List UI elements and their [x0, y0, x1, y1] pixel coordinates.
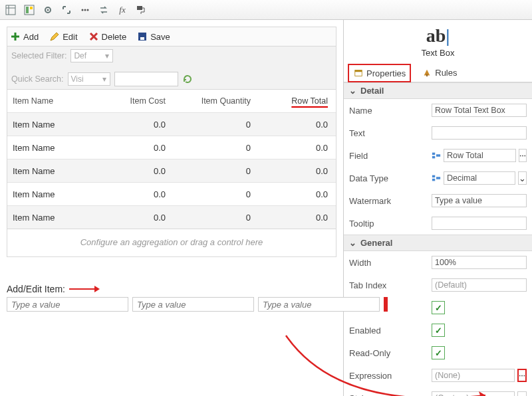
width-input[interactable] — [432, 256, 527, 269]
prop-field: Field ⋯ — [344, 144, 532, 167]
field-ellipsis-button[interactable]: ⋯ — [519, 149, 527, 162]
prop-watermark: Watermark — [344, 189, 532, 212]
section-detail[interactable]: ⌄ Detail — [344, 82, 532, 99]
field-icon — [432, 150, 441, 161]
visible-checkbox[interactable]: ✓ — [432, 301, 445, 314]
save-label: Save — [150, 32, 170, 42]
item-qty-input[interactable] — [258, 297, 380, 312]
design-canvas: Add Edit Delete Save Selected Filter: De… — [0, 20, 344, 396]
svg-rect-0 — [6, 5, 15, 15]
svg-point-10 — [87, 9, 89, 11]
refresh-icon[interactable] — [182, 74, 193, 84]
quick-search-select[interactable]: Visi ▾ — [68, 72, 110, 86]
name-input[interactable] — [432, 104, 527, 117]
table-row[interactable]: Item Name0.000.0 — [7, 205, 336, 229]
tab-rules[interactable]: Rules — [418, 63, 461, 82]
save-button[interactable]: Save — [137, 31, 170, 42]
svg-rect-4 — [26, 7, 29, 13]
add-button[interactable]: Add — [10, 31, 39, 42]
layout-icon[interactable] — [24, 5, 35, 15]
datatype-input[interactable] — [444, 171, 515, 185]
field-input[interactable] — [444, 149, 516, 162]
svg-rect-11 — [137, 6, 142, 10]
table-row[interactable]: Item Name0.000.0 — [7, 182, 336, 205]
svg-rect-19 — [436, 154, 440, 157]
quick-search-label: Quick Search: — [11, 74, 64, 84]
tooltip-input[interactable] — [432, 217, 527, 230]
add-edit-row — [7, 297, 336, 312]
annotation-arrow-icon — [69, 284, 102, 294]
svg-rect-15 — [355, 70, 362, 72]
prop-width: Width — [344, 251, 532, 274]
paint-icon[interactable] — [136, 5, 146, 15]
prop-expression: Expression ⋯ — [344, 364, 532, 387]
rules-icon — [422, 67, 432, 78]
selected-filter-select[interactable]: Def ▾ — [70, 49, 113, 62]
col-item-cost[interactable]: Item Cost — [92, 96, 171, 106]
grid-icon[interactable] — [5, 5, 16, 15]
table-row[interactable]: Item Name0.000.0 — [7, 136, 336, 159]
readonly-checkbox[interactable]: ✓ — [432, 346, 445, 359]
svg-rect-17 — [432, 153, 435, 155]
tab-rules-label: Rules — [435, 68, 457, 78]
svg-rect-16 — [426, 74, 428, 77]
enabled-checkbox[interactable]: ✓ — [432, 324, 445, 337]
section-general[interactable]: ⌄ General — [344, 235, 532, 251]
edit-label: Edit — [63, 32, 77, 42]
prop-enabled: Enabled ✓ — [344, 319, 532, 342]
add-label: Add — [23, 32, 39, 42]
table-row[interactable]: Item Name0.000.0 — [7, 159, 336, 182]
prop-tooltip: Tooltip — [344, 212, 532, 235]
prop-name: Name — [344, 99, 532, 122]
chevron-down-icon: ▾ — [103, 51, 111, 60]
chevron-down-icon: ⌄ — [349, 238, 356, 248]
col-item-qty[interactable]: Item Quantity — [171, 96, 256, 106]
grid-action-bar: Add Edit Delete Save — [7, 27, 336, 46]
tabindex-input[interactable] — [432, 278, 527, 292]
watermark-input[interactable] — [432, 194, 527, 207]
text-input[interactable] — [432, 126, 527, 140]
svg-point-7 — [47, 9, 49, 11]
chevron-down-icon: ▾ — [100, 74, 108, 84]
selected-filter-value: Def — [74, 51, 86, 60]
delete-label: Delete — [102, 32, 127, 42]
edit-button[interactable]: Edit — [49, 31, 77, 42]
expand-icon[interactable] — [61, 5, 72, 15]
control-type-label: Text Box — [422, 48, 455, 58]
tab-properties-label: Properties — [366, 68, 406, 78]
swap-icon[interactable] — [98, 5, 109, 15]
properties-panel: ab| Text Box Properties Rules ⌄ Detail N… — [344, 20, 532, 396]
col-row-total[interactable]: Row Total — [291, 96, 328, 106]
row-total-textbox[interactable] — [384, 297, 388, 312]
add-edit-label: Add/Edit Item: — [7, 284, 65, 294]
textbox-large-icon: ab| — [426, 25, 450, 47]
styles-ellipsis-button[interactable]: ⋯ — [517, 391, 527, 396]
selected-filter-label: Selected Filter: — [11, 51, 66, 60]
gear-icon[interactable] — [43, 5, 53, 15]
aggregation-placeholder[interactable]: Configure an aggregation or drag a contr… — [7, 229, 336, 257]
fx-icon[interactable]: fx — [117, 5, 128, 15]
svg-rect-5 — [30, 7, 33, 9]
expression-ellipsis-button[interactable]: ⋯ — [517, 369, 527, 382]
datatype-dropdown[interactable]: ⌄ — [518, 171, 527, 185]
chevron-down-icon: ⌄ — [349, 86, 356, 96]
svg-rect-20 — [432, 175, 435, 178]
prop-text: Text — [344, 122, 532, 144]
delete-button[interactable]: Delete — [88, 31, 127, 42]
datatype-icon — [432, 173, 441, 183]
add-edit-label-row: Add/Edit Item: — [7, 284, 336, 294]
properties-icon — [353, 68, 364, 78]
panel-tabs: Properties Rules — [344, 59, 532, 82]
prop-tabindex: Tab Index — [344, 274, 532, 296]
col-item-name[interactable]: Item Name — [7, 96, 92, 106]
svg-rect-18 — [432, 156, 435, 159]
item-name-input[interactable] — [7, 297, 128, 312]
table-row[interactable]: Item Name0.000.0 — [7, 112, 336, 136]
expression-input[interactable] — [432, 369, 515, 382]
styles-input[interactable] — [432, 391, 515, 396]
item-cost-input[interactable] — [132, 297, 254, 312]
prop-readonly: Read-Only ✓ — [344, 342, 532, 364]
tab-properties[interactable]: Properties — [348, 64, 411, 82]
quick-search-input[interactable] — [114, 72, 178, 86]
dots-icon[interactable] — [80, 5, 90, 15]
